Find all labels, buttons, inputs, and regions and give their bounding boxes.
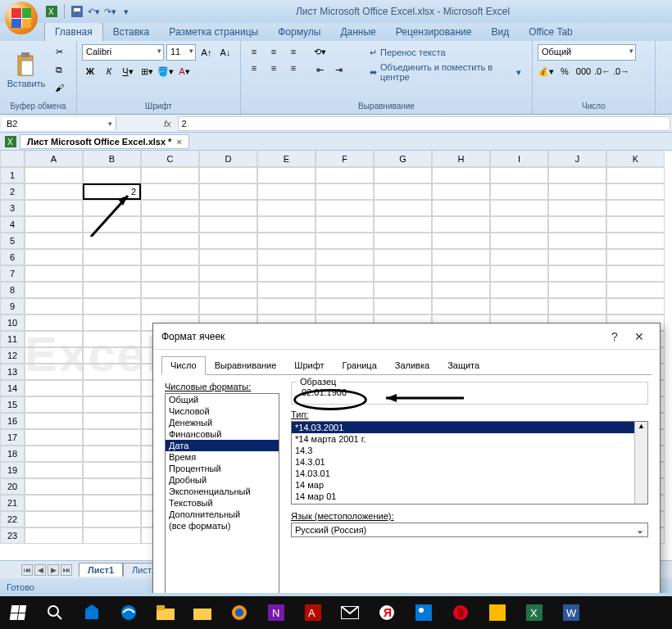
cell[interactable] (25, 216, 83, 233)
dialog-tab-border[interactable]: Граница (334, 356, 386, 374)
number-format-combo[interactable]: Общий (538, 44, 636, 61)
bold-icon[interactable]: Ж (82, 64, 98, 79)
cell[interactable] (141, 282, 199, 298)
ribbon-tab-formulas[interactable]: Формулы (268, 23, 330, 41)
cell[interactable] (25, 347, 83, 364)
dialog-tab-number[interactable]: Число (161, 356, 206, 375)
row-header[interactable]: 8 (0, 282, 25, 298)
cell[interactable] (490, 167, 548, 183)
row-header[interactable]: 17 (0, 429, 25, 446)
cell[interactable] (316, 298, 374, 314)
percent-icon[interactable]: % (556, 64, 573, 79)
cell[interactable] (83, 495, 141, 511)
type-list-item[interactable]: 14 мар (292, 479, 647, 491)
orientation-icon[interactable]: ⟲▾ (311, 44, 328, 59)
row-header[interactable]: 13 (0, 364, 25, 380)
yandex-icon[interactable]: Я (369, 596, 405, 629)
sheet-prev-icon[interactable]: ◀ (34, 564, 46, 576)
decrease-decimal-icon[interactable]: .0→ (613, 64, 629, 79)
cell[interactable] (25, 462, 83, 478)
row-header[interactable]: 21 (0, 495, 25, 511)
cell[interactable] (257, 265, 316, 282)
format-list-item[interactable]: Общий (166, 394, 279, 405)
save-icon[interactable] (70, 4, 84, 19)
cell[interactable] (25, 233, 83, 249)
column-header[interactable]: E (257, 151, 316, 167)
cell[interactable] (25, 183, 83, 200)
cell[interactable] (490, 233, 548, 249)
cell[interactable] (199, 282, 257, 298)
cell[interactable] (257, 298, 316, 314)
cell[interactable] (490, 216, 548, 233)
cell[interactable] (432, 265, 490, 282)
acrobat-icon[interactable]: A (295, 596, 331, 629)
column-header[interactable]: I (490, 151, 548, 167)
sheet-first-icon[interactable]: ⏮ (21, 564, 33, 576)
dialog-tab-font[interactable]: Шрифт (285, 356, 333, 374)
opera-icon[interactable] (443, 596, 479, 629)
qat-more-icon[interactable]: ▾ (119, 4, 134, 19)
column-header[interactable]: K (606, 151, 665, 167)
name-box[interactable]: B2 (2, 117, 116, 130)
row-header[interactable]: 15 (0, 396, 25, 413)
formats-listbox[interactable]: ОбщийЧисловойДенежныйФинансовыйДатаВремя… (165, 393, 279, 593)
cell[interactable] (199, 233, 257, 249)
row-header[interactable]: 11 (0, 331, 25, 347)
cell[interactable] (374, 167, 432, 183)
cell[interactable] (432, 167, 490, 183)
cell[interactable] (25, 200, 83, 216)
cell[interactable] (141, 167, 199, 183)
cell[interactable] (83, 446, 141, 462)
sheet-next-icon[interactable]: ▶ (48, 564, 59, 576)
cell[interactable] (606, 249, 665, 265)
dialog-tab-alignment[interactable]: Выравнивание (206, 356, 286, 374)
cell[interactable] (25, 429, 83, 446)
wrap-text-button[interactable]: ↵Перенос текста (364, 44, 527, 61)
format-painter-icon[interactable]: 🖌 (51, 80, 67, 95)
column-header[interactable]: B (83, 151, 141, 167)
help-button[interactable]: ? (602, 330, 627, 343)
close-button[interactable]: ✕ (627, 330, 652, 343)
cell[interactable] (432, 249, 490, 265)
align-center-icon[interactable]: ≡ (266, 61, 282, 75)
font-family-combo[interactable]: Calibri (82, 44, 164, 61)
explorer-icon[interactable] (148, 596, 184, 629)
cell[interactable] (199, 216, 257, 233)
row-header[interactable]: 7 (0, 265, 25, 282)
language-combo[interactable]: Русский (Россия) (291, 523, 648, 537)
cell[interactable] (25, 511, 83, 527)
cell[interactable] (25, 364, 83, 380)
format-list-item[interactable]: Дата (166, 440, 279, 451)
sheet-last-icon[interactable]: ⏭ (61, 564, 72, 576)
cell[interactable] (374, 233, 432, 249)
cell[interactable] (606, 282, 665, 298)
cell[interactable] (83, 396, 141, 413)
cell[interactable] (25, 265, 83, 282)
format-list-item[interactable]: Дополнительный (166, 509, 279, 520)
cell[interactable] (141, 298, 199, 314)
search-icon[interactable] (37, 596, 73, 629)
row-header[interactable]: 5 (0, 233, 25, 249)
row-header[interactable]: 14 (0, 380, 25, 396)
store-icon[interactable] (74, 596, 110, 629)
cell[interactable] (25, 314, 83, 331)
cell[interactable] (83, 380, 141, 396)
cell[interactable] (606, 183, 665, 200)
cell[interactable] (490, 183, 548, 200)
cell[interactable] (606, 233, 665, 249)
folder-icon[interactable] (184, 596, 220, 629)
align-right-icon[interactable]: ≡ (285, 61, 302, 75)
cell[interactable] (199, 200, 257, 216)
cell[interactable] (83, 429, 141, 446)
format-list-item[interactable]: Процентный (166, 463, 279, 474)
merge-center-button[interactable]: ⬌Объединить и поместить в центре ▾ (364, 64, 527, 80)
format-list-item[interactable]: Время (166, 451, 279, 463)
column-header[interactable]: G (374, 151, 432, 167)
word-task-icon[interactable]: W (553, 596, 589, 629)
format-list-item[interactable]: Дробный (166, 474, 279, 486)
cell[interactable] (25, 298, 83, 314)
row-header[interactable]: 19 (0, 462, 25, 478)
cell[interactable] (25, 249, 83, 265)
cell[interactable] (316, 216, 374, 233)
cell[interactable] (316, 167, 374, 183)
